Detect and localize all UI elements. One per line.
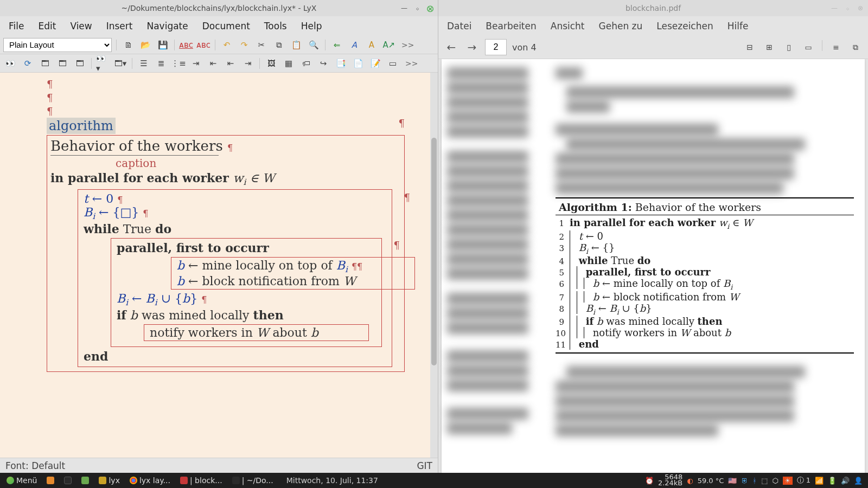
menu-ansicht[interactable]: Ansicht: [544, 18, 591, 34]
indent-left-icon[interactable]: ⇤: [224, 56, 238, 70]
nav-back-icon[interactable]: ←: [444, 40, 459, 55]
spellcheck-continuous-icon[interactable]: ᴀʙᴄ: [196, 38, 210, 52]
minimize-icon[interactable]: —: [830, 4, 839, 12]
view-icon[interactable]: 👀: [3, 56, 17, 70]
dropbox-icon[interactable]: ⬚: [761, 477, 768, 485]
task-files-lyx[interactable]: lyx: [94, 475, 124, 486]
copy-icon[interactable]: ⧉: [272, 38, 286, 52]
menu-insert[interactable]: Insert: [100, 18, 139, 34]
algorithm-env-label[interactable]: algorithm: [47, 118, 116, 134]
update-icon[interactable]: ⟳: [21, 56, 35, 70]
save-file-icon[interactable]: 💾: [156, 38, 170, 52]
apply-style-icon[interactable]: A↗: [382, 38, 396, 52]
bluetooth-icon[interactable]: ᚼ: [752, 477, 757, 485]
list-bullet-icon[interactable]: ☰: [137, 56, 151, 70]
cut-icon[interactable]: ✂: [254, 38, 269, 52]
export-dropdown-icon[interactable]: 🗔▾: [113, 56, 127, 70]
menu-document[interactable]: Document: [196, 18, 257, 34]
alarm-icon[interactable]: ⏰: [645, 477, 654, 485]
minimize-icon[interactable]: —: [400, 4, 409, 12]
close-icon[interactable]: ⊗: [426, 4, 435, 12]
paste-icon[interactable]: 📋: [289, 38, 303, 52]
list-number-icon[interactable]: ≣: [154, 56, 168, 70]
menu-file[interactable]: File: [2, 18, 30, 34]
lyx-editor[interactable]: ¶ ¶ ¶ algorithm ¶ Behavior of the worker…: [0, 73, 430, 458]
show-desktop-icon[interactable]: [42, 476, 59, 485]
find-replace-icon[interactable]: 🔍: [307, 38, 321, 52]
insert-box-icon[interactable]: ▭: [386, 56, 400, 70]
view-dual-icon[interactable]: ⧉: [848, 40, 863, 54]
insert-note-icon[interactable]: 📝: [368, 56, 382, 70]
insert-table-icon[interactable]: ▦: [282, 56, 296, 70]
new-file-icon[interactable]: 🗎: [121, 38, 135, 52]
depth-decrease-icon[interactable]: ⇤: [206, 56, 220, 70]
view-continuous-icon[interactable]: ≡: [829, 40, 843, 54]
indent-right-icon[interactable]: ⇥: [241, 56, 255, 70]
volume-icon[interactable]: 🔊: [841, 477, 850, 485]
zoom-in-icon[interactable]: ⊞: [762, 40, 776, 54]
wifi-icon[interactable]: 📶: [815, 477, 824, 485]
noun-icon[interactable]: A: [365, 38, 379, 52]
menu-lesezeichen[interactable]: Lesezeichen: [650, 18, 719, 34]
lyx-titlebar: ~/Dokumente/blockchains/lyx/blockchain.l…: [0, 0, 438, 16]
zoom-out-icon[interactable]: ⊟: [743, 40, 757, 54]
insert-index-icon[interactable]: 📄: [351, 56, 365, 70]
depth-increase-icon[interactable]: ⇥: [189, 56, 203, 70]
navigate-back-icon[interactable]: ⇐: [330, 38, 344, 52]
menu-help[interactable]: Help: [295, 18, 329, 34]
paragraph-layout-select[interactable]: Plain Layout: [3, 38, 112, 52]
menu-edit[interactable]: Edit: [31, 18, 62, 34]
insert-figure-icon[interactable]: 🖼: [264, 56, 278, 70]
maximize-icon[interactable]: ⬦: [413, 4, 422, 12]
brightness-icon[interactable]: ☀: [783, 477, 793, 485]
user-icon[interactable]: 👤: [854, 477, 863, 485]
redshift-icon[interactable]: ◐: [687, 477, 693, 485]
start-menu-button[interactable]: Menü: [2, 475, 41, 486]
pdf-page-area[interactable]: Algorithm 1: Behavior of the workers 1in…: [438, 59, 868, 473]
redo-icon[interactable]: ↷: [237, 38, 251, 52]
menu-navigate[interactable]: Navigate: [140, 18, 194, 34]
view-master-icon[interactable]: 🗔: [38, 56, 52, 70]
info-icon[interactable]: ⓘ 1: [797, 476, 810, 485]
open-file-icon[interactable]: 📂: [138, 38, 152, 52]
task-chrome[interactable]: lyx lay...: [125, 475, 175, 486]
battery-icon[interactable]: 🔋: [828, 477, 837, 485]
close-icon[interactable]: ⊗: [856, 4, 865, 12]
insert-citation-icon[interactable]: 📑: [334, 56, 348, 70]
keyboard-layout-icon[interactable]: 🇺🇸: [728, 477, 737, 485]
undo-icon[interactable]: ↶: [220, 38, 234, 52]
terminal-launcher-icon[interactable]: [60, 476, 76, 485]
toolbar-overflow-icon[interactable]: >>: [399, 41, 416, 49]
clock[interactable]: Mittwoch, 10. Juli, 11:37: [279, 476, 386, 485]
files-launcher-icon[interactable]: [77, 476, 93, 485]
task-pdf[interactable]: | block...: [176, 475, 227, 486]
menu-bearbeiten[interactable]: Bearbeiten: [479, 18, 542, 34]
menu-tools[interactable]: Tools: [258, 18, 293, 34]
page-number-input[interactable]: [485, 39, 507, 55]
menu-gehenzu[interactable]: Gehen zu: [592, 18, 649, 34]
view-other-icon[interactable]: 🗔: [55, 56, 69, 70]
nav-forward-icon[interactable]: →: [464, 40, 480, 55]
menu-datei[interactable]: Datei: [441, 18, 478, 34]
task-terminal[interactable]: | ~/Do...: [228, 475, 278, 486]
page-total-label: von 4: [512, 42, 537, 53]
view-dropdown-icon[interactable]: 👀▾: [96, 56, 110, 70]
while-body-frame: ¶ parallel, first to occurr b ← mine loc…: [111, 238, 382, 347]
export-icon[interactable]: 🗔: [73, 56, 87, 70]
updates-icon[interactable]: ⬡: [773, 477, 778, 485]
fit-page-icon[interactable]: ▯: [782, 40, 796, 54]
scrollbar-vertical[interactable]: [430, 73, 438, 458]
toolbar-overflow-icon-2[interactable]: >>: [403, 59, 420, 68]
insert-label-icon[interactable]: 🏷: [299, 56, 313, 70]
maximize-icon[interactable]: ⬦: [843, 4, 852, 12]
fit-width-icon[interactable]: ▭: [801, 40, 815, 54]
spellcheck-icon[interactable]: ᴀʙᴄ: [179, 38, 193, 52]
algorithm-caption-text[interactable]: Behavior of the workers ¶: [50, 138, 233, 154]
insert-ref-icon[interactable]: ↪: [316, 56, 330, 70]
list-enum-icon[interactable]: ⋮≡: [171, 56, 186, 70]
emphasize-icon[interactable]: A: [347, 38, 361, 52]
menu-view[interactable]: View: [63, 18, 98, 34]
cpu-temp-label[interactable]: 59.0 °C: [698, 477, 724, 485]
menu-hilfe[interactable]: Hilfe: [721, 18, 755, 34]
shield-icon[interactable]: ⛨: [741, 477, 748, 485]
